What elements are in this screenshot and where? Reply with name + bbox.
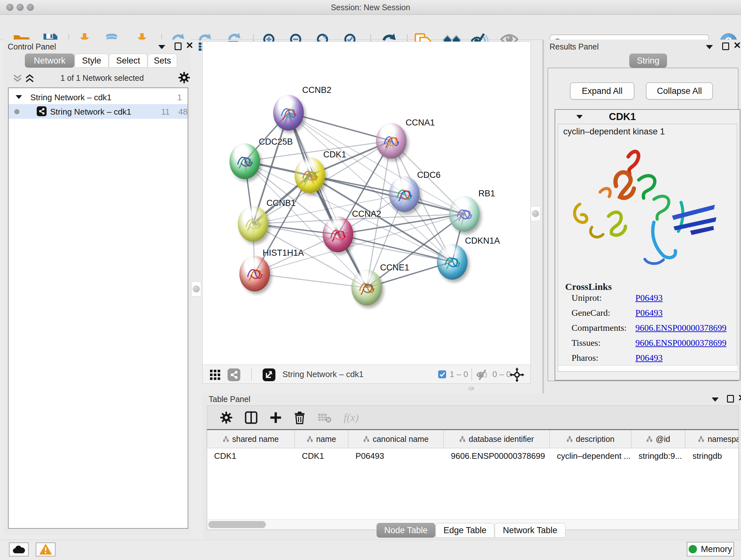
fit-crosshair-icon[interactable]: [510, 368, 524, 382]
panel-maximize-button[interactable]: [722, 43, 729, 50]
show-columns-icon[interactable]: [245, 411, 258, 424]
options-gear-icon[interactable]: [178, 71, 190, 84]
table-row[interactable]: CDK1CDK1P064939606.ENSP00000378699cyclin…: [207, 448, 738, 463]
column-header-label: namespace: [708, 435, 739, 444]
column-header-namespace[interactable]: namespace: [685, 430, 739, 448]
panel-close-button[interactable]: ✕: [738, 394, 741, 401]
scrollbar-thumb[interactable]: [208, 521, 266, 528]
column-type-icon: [307, 436, 313, 442]
birds-eye-grid-icon[interactable]: [210, 369, 220, 380]
network-canvas[interactable]: CCNB2CCNA1CDC25BCDK1CDC6RB1CCNB1CCNA2CDK…: [203, 42, 530, 365]
crosslink-link[interactable]: P06493: [635, 293, 663, 308]
results-panel-title: Results Panel: [549, 42, 599, 51]
network-node-rb1[interactable]: [449, 196, 480, 232]
tab-style[interactable]: Style: [75, 54, 109, 68]
crosslink-link[interactable]: 9606.ENSP00000378699: [635, 338, 726, 353]
crosslink-row: Tissues:9606.ENSP00000378699: [571, 338, 731, 353]
column-header--id[interactable]: @id: [631, 430, 685, 448]
expand-all-button[interactable]: Expand All: [570, 82, 634, 100]
network-row-selected[interactable]: String Network – cdk1 11 48: [9, 104, 188, 119]
tab-select[interactable]: Select: [109, 54, 147, 68]
collapse-all-icon[interactable]: [12, 74, 23, 83]
panel-maximize-button[interactable]: [175, 43, 182, 50]
table-panel-title: Table Panel: [209, 395, 251, 404]
left-splitter-handle[interactable]: [192, 282, 201, 296]
string-results-container: Expand All Collapse All CDK1 cyclin–depe…: [548, 68, 738, 381]
tab-edge-table[interactable]: Edge Table: [435, 523, 494, 538]
memory-button[interactable]: Memory: [687, 542, 734, 557]
tab-node-table[interactable]: Node Table: [377, 523, 435, 538]
network-row-label: String Network – cdk1: [50, 107, 131, 117]
panel-float-button[interactable]: [712, 397, 719, 401]
table-cell[interactable]: CDK1: [207, 451, 295, 461]
network-node-cdk1[interactable]: [294, 158, 325, 193]
network-node-ccna1[interactable]: [376, 123, 407, 159]
table-options-gear-icon[interactable]: [220, 411, 232, 424]
network-node-cdc25b[interactable]: [229, 143, 260, 179]
crosslink-link[interactable]: 9606.ENSP00000378699: [635, 323, 726, 338]
crosslink-link[interactable]: P06493: [635, 308, 663, 323]
delete-icon[interactable]: [294, 411, 306, 424]
node-label-cdc6: CDC6: [417, 170, 441, 180]
column-header-name[interactable]: name: [295, 430, 348, 448]
right-splitter-handle[interactable]: [531, 206, 540, 221]
panel-float-button[interactable]: [706, 45, 713, 49]
network-node-ccnb2[interactable]: [273, 95, 304, 131]
section-caret-icon[interactable]: [576, 115, 583, 119]
footer-separator: [251, 368, 252, 381]
table-cell[interactable]: P06493: [348, 451, 444, 461]
column-header-description[interactable]: description: [550, 430, 631, 448]
network-edge: [288, 113, 367, 288]
network-node-count: 11: [161, 107, 170, 117]
table-cell[interactable]: stringdb:9...: [631, 451, 685, 461]
tab-string[interactable]: String: [629, 54, 667, 68]
bottom-splitter-handle[interactable]: [468, 386, 474, 390]
expand-all-icon[interactable]: [24, 74, 35, 83]
warnings-button[interactable]: [36, 543, 56, 557]
network-node-ccna2[interactable]: [323, 216, 353, 252]
panel-close-button[interactable]: ✕: [733, 42, 741, 49]
table-cell[interactable]: CDK1: [295, 451, 348, 461]
selected-checkbox[interactable]: [438, 370, 446, 378]
tab-sets[interactable]: Sets: [148, 54, 177, 68]
table-cell[interactable]: 9606.ENSP00000378699: [444, 451, 550, 461]
network-node-cdc6[interactable]: [389, 176, 420, 212]
panel-float-button[interactable]: [158, 45, 165, 49]
network-selection-status: 1 of 1 Network selected: [38, 73, 166, 83]
cloud-button[interactable]: [9, 543, 29, 557]
table-cell[interactable]: cyclin–dependent ...: [550, 451, 631, 461]
footer-separator: [471, 368, 472, 381]
network-share-badge-icon[interactable]: [227, 368, 240, 381]
cloud-icon: [12, 545, 25, 554]
network-node-hist1h1a[interactable]: [239, 256, 270, 292]
table-cell[interactable]: stringdb: [685, 451, 739, 461]
network-node-cdkn1a[interactable]: [437, 244, 468, 280]
main-toolbar: ?: [0, 15, 741, 40]
network-collection-row[interactable]: String Network – cdk1 1: [9, 90, 188, 104]
node-protein-structure: [394, 184, 414, 207]
crosslinks-list: Uniprot:P06493GeneCard:P06493Compartment…: [571, 293, 731, 368]
tab-network-table[interactable]: Network Table: [495, 523, 565, 538]
crosslink-label: Tissues:: [571, 338, 635, 353]
network-node-ccne1[interactable]: [351, 270, 382, 306]
add-icon[interactable]: [270, 412, 282, 424]
panel-maximize-button[interactable]: [727, 395, 734, 402]
column-header-canonical-name[interactable]: canonical name: [348, 430, 444, 448]
open-in-window-icon[interactable]: [263, 368, 275, 381]
node-protein-structure: [356, 277, 377, 300]
tab-network[interactable]: Network: [25, 54, 74, 68]
node-table[interactable]: shared namenamecanonical namedatabase id…: [207, 429, 739, 519]
selected-counts: 1 – 0: [450, 369, 468, 379]
collection-caret-icon[interactable]: [16, 95, 22, 99]
network-node-ccnb1[interactable]: [238, 206, 268, 242]
network-view-toolbar: String Network – cdk1 1 – 0 0 – 0: [203, 365, 530, 383]
column-header-database-identifier[interactable]: database identifier: [444, 430, 550, 448]
network-status-dot-icon: [14, 109, 19, 114]
panel-close-button[interactable]: ✕: [186, 42, 193, 49]
column-header-shared-name[interactable]: shared name: [207, 430, 295, 448]
column-header-label: @id: [656, 435, 670, 444]
collapse-all-button[interactable]: Collapse All: [646, 82, 713, 100]
control-panel: Control Panel ✕ Network Style Select Set…: [3, 40, 191, 535]
results-scrollbar[interactable]: [558, 365, 737, 371]
hidden-counts: 0 – 0: [492, 369, 511, 379]
